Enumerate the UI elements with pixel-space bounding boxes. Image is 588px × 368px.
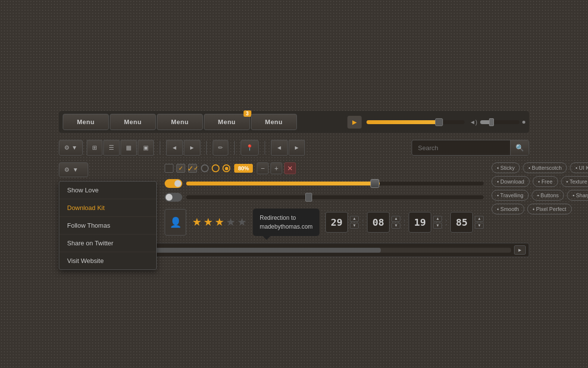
dropdown-item-show-love[interactable]: Show Love [59,182,156,199]
nav-menu-5[interactable]: Menu [251,114,297,130]
tag-sticky[interactable]: • Sticky [491,162,520,173]
range-handle-2[interactable] [305,193,312,202]
radio-group [201,164,230,172]
tags-row-1: • Sticky • Butterscotch • UI Kit [491,162,588,173]
star-2[interactable]: ★ [203,216,213,229]
search-input[interactable] [412,141,510,155]
count-arrows-4: ▲ ▼ [475,216,484,229]
count-unit-2: 08 ▲ ▼ [367,212,400,233]
dropdown-item-twitter[interactable]: Share on Twitter [59,235,156,252]
volume-handle[interactable] [489,118,494,126]
count-down-1[interactable]: ▼ [350,223,359,229]
gear-icon: ⚙ [64,144,70,151]
list-icon: ☰ [109,144,114,151]
count-up-3[interactable]: ▲ [433,216,442,222]
count-up-4[interactable]: ▲ [475,216,484,222]
count-down-2[interactable]: ▼ [392,223,400,229]
playback-progress[interactable] [367,120,465,124]
count-sep-2: : [403,217,406,228]
grid-icon: ⊞ [92,144,97,151]
volume-control: ◄) [469,119,525,126]
dropdown-menu: Show Love Download Kit Follow Thomas Sha… [59,181,157,270]
tag-travelling[interactable]: • Travelling [491,190,529,201]
dropdown-arrow: ▼ [72,144,77,151]
tag-buttons[interactable]: • Buttons [532,190,564,201]
minus-button[interactable]: − [257,162,269,174]
tag-butterscotch[interactable]: • Butterscotch [523,162,567,173]
range-handle-1[interactable] [370,179,379,188]
star-1[interactable]: ★ [192,216,202,229]
count-up-1[interactable]: ▲ [350,216,359,222]
radio-2[interactable] [212,164,220,172]
toggle-1[interactable] [165,179,182,188]
range-slider-1[interactable] [186,182,484,185]
star-3[interactable]: ★ [215,216,224,229]
settings-button[interactable]: ⚙ ▼ [59,140,83,156]
scrollbar-thumb [121,248,381,253]
tag-pixel-perfect[interactable]: • Pixel Perfect [527,204,572,214]
checkbox-2[interactable] [176,164,185,173]
close-button[interactable]: ✕ [284,162,296,174]
count-display-2: 08 [367,212,390,233]
right-panel: • Sticky • Butterscotch • UI Kit • Downl… [491,162,588,214]
checkbox-1[interactable] [165,164,173,173]
middle-controls: ✓ 80% − + ✕ [165,162,484,236]
location-button[interactable]: 📍 [241,140,259,156]
tag-sharp[interactable]: • Sharp [567,190,588,201]
count-arrows-2: ▲ ▼ [392,216,400,229]
scroll-next-button[interactable]: ► [514,245,526,255]
nav-menu-4[interactable]: Menu 3 [204,114,250,130]
grid-view-button[interactable]: ⊞ [87,140,102,156]
count-up-2[interactable]: ▲ [392,216,400,222]
panel-icon: ▣ [143,144,148,151]
toggle-knob-2 [166,194,172,201]
plus-button[interactable]: + [270,162,282,174]
edit-button[interactable]: ✏ [213,140,228,156]
tag-download[interactable]: • Download [491,176,530,187]
tags-row-2: • Download • Free • Texture [491,176,588,187]
nav-menu-3[interactable]: Menu [157,114,203,130]
tag-smooth[interactable]: • Smooth [491,204,524,214]
count-sep-1: : [362,217,364,228]
dropdown-item-website[interactable]: Visit Website [59,252,156,269]
dropdown-trigger[interactable]: ⚙ ▼ [59,162,88,177]
radio-1[interactable] [201,164,209,172]
column-view-button[interactable]: ▦ [121,140,137,156]
slider-row-1 [165,179,484,188]
nav-right: ▶ ◄) [347,116,525,129]
list-view-button[interactable]: ☰ [103,140,120,156]
slider-row-2 [165,193,484,202]
dropdown-item-download[interactable]: Download Kit [59,199,156,217]
panel-view-button[interactable]: ▣ [138,140,154,156]
tag-ui-kit[interactable]: • UI Kit [570,162,588,173]
tag-texture[interactable]: • Texture [561,176,588,187]
nav-menu-1[interactable]: Menu [63,114,109,130]
count-unit-1: 29 ▲ ▼ [325,212,359,233]
count-down-3[interactable]: ▼ [433,223,442,229]
volume-bar[interactable] [480,120,519,124]
toolbar-row: ⚙ ▼ ⊞ ☰ ▦ ▣ ◄ ► [59,140,529,156]
dropdown-item-follow[interactable]: Follow Thomas [59,217,156,235]
tag-free[interactable]: • Free [533,176,558,187]
pin-icon: 📍 [246,144,253,151]
star-5[interactable]: ★ [237,216,247,229]
checkbox-3[interactable]: ✓ [188,164,197,173]
separator-1 [160,141,160,155]
column-icon: ▦ [126,144,131,151]
progress-handle[interactable] [435,118,443,126]
range-slider-2[interactable] [186,195,484,199]
vol-dot [522,121,525,124]
prev-2-button[interactable]: ◄ [271,140,288,156]
prev-button[interactable]: ◄ [166,140,183,156]
nav-menu-2[interactable]: Menu [110,114,156,130]
search-button[interactable]: 🔍 [510,140,529,155]
nav-bar: Menu Menu Menu Menu 3 Menu ▶ ◄) [59,111,529,133]
play-button[interactable]: ▶ [347,116,362,129]
avatar: 👤 [165,209,186,236]
radio-3[interactable] [222,164,230,172]
next-2-button[interactable]: ► [289,140,305,156]
star-4[interactable]: ★ [226,216,236,229]
count-down-4[interactable]: ▼ [475,223,484,229]
next-button[interactable]: ► [184,140,200,156]
toggle-2[interactable] [165,193,182,202]
